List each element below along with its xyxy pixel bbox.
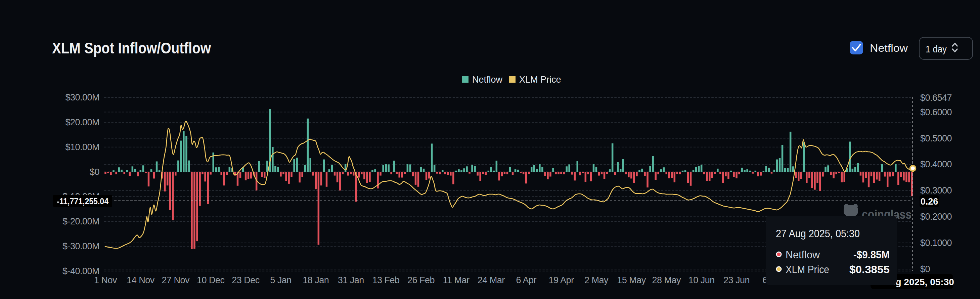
svg-text:$0: $0 [920,264,930,274]
svg-text:XLM Price: XLM Price [786,264,829,275]
svg-text:15 May: 15 May [617,275,646,285]
svg-text:1 day: 1 day [926,43,947,54]
svg-text:5 Jan: 5 Jan [270,275,291,285]
svg-text:$0.3855: $0.3855 [850,264,890,275]
svg-text:2 May: 2 May [584,275,609,285]
svg-text:23 Dec: 23 Dec [232,275,259,285]
svg-text:$0.6000: $0.6000 [920,107,952,117]
svg-text:19 Apr: 19 Apr [549,275,574,285]
svg-text:24 Mar: 24 Mar [477,275,505,285]
svg-text:27 Aug 2025, 05:30: 27 Aug 2025, 05:30 [776,228,860,240]
svg-text:$0.3000: $0.3000 [920,185,952,196]
svg-text:27 Nov: 27 Nov [162,275,190,285]
svg-text:13 Feb: 13 Feb [372,275,400,285]
svg-text:XLM Spot Inflow/Outflow: XLM Spot Inflow/Outflow [52,39,211,57]
svg-text:-$9.85M: -$9.85M [853,249,890,261]
svg-text:6 Apr: 6 Apr [516,275,536,285]
svg-text:-11,771,255.04: -11,771,255.04 [57,197,108,206]
svg-text:$0.6547: $0.6547 [920,93,952,103]
svg-text:$10.00M: $10.00M [65,142,99,152]
svg-text:0.26: 0.26 [921,197,939,207]
svg-text:14 Nov: 14 Nov [127,275,155,285]
svg-text:26 Feb: 26 Feb [407,275,434,285]
svg-text:XLM Price: XLM Price [519,75,561,85]
svg-text:10 Dec: 10 Dec [197,275,225,285]
svg-text:$0.4000: $0.4000 [920,159,952,169]
svg-text:$0.2000: $0.2000 [920,212,952,222]
svg-text:Netflow: Netflow [786,249,820,261]
svg-text:$-20.00M: $-20.00M [62,216,99,226]
svg-text:Netflow: Netflow [472,75,503,85]
svg-text:$-40.00M: $-40.00M [62,266,99,276]
svg-text:$0.1000: $0.1000 [920,238,952,248]
svg-text:$-30.00M: $-30.00M [62,241,99,251]
svg-text:28 May: 28 May [652,275,681,285]
svg-text:$0.5000: $0.5000 [920,134,952,143]
svg-text:$0: $0 [90,167,99,177]
svg-text:18 Jan: 18 Jan [302,275,329,285]
svg-text:$20.00M: $20.00M [65,117,99,127]
svg-text:11 Mar: 11 Mar [443,275,469,285]
svg-text:23 Jun: 23 Jun [724,275,749,285]
svg-text:1 Nov: 1 Nov [94,275,117,285]
svg-text:Netflow: Netflow [870,42,908,54]
svg-text:$30.00M: $30.00M [65,92,99,102]
svg-text:31 Jan: 31 Jan [338,275,364,285]
svg-text:10 Jun: 10 Jun [689,275,715,285]
